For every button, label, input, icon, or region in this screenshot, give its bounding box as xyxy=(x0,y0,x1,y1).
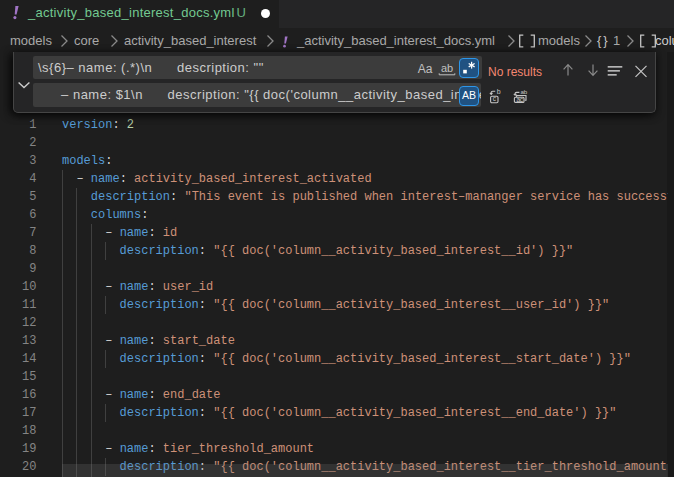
svg-text:ac: ac xyxy=(517,96,524,103)
svg-text:ab: ab xyxy=(521,88,528,95)
svg-text:ab: ab xyxy=(441,62,453,74)
svg-text:b: b xyxy=(497,88,501,95)
